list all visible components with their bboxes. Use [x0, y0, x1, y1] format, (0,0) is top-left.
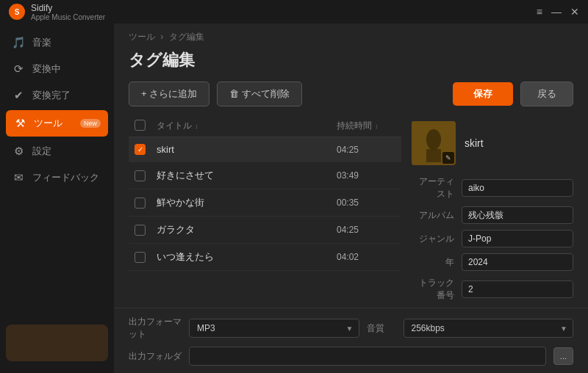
close-icon[interactable]: ✕ [570, 6, 579, 18]
folder-input[interactable] [189, 347, 546, 366]
format-label: 出力フォーマット [129, 316, 182, 341]
field-label-genre: ジャンル [412, 233, 462, 245]
col-check-header [135, 120, 157, 132]
menu-icon[interactable]: ≡ [537, 6, 542, 18]
music-icon: 🎵 [12, 36, 25, 49]
detail-field-artist: アーティスト [412, 175, 573, 200]
album-art-edit-icon[interactable]: ✎ [442, 152, 454, 164]
sidebar-item-settings[interactable]: ⚙ 設定 [0, 138, 114, 164]
field-input-year[interactable] [462, 253, 573, 271]
save-button[interactable]: 保存 [453, 82, 513, 106]
table-header: タイトル ↕ 持続時間 ↕ [129, 115, 401, 137]
svg-point-1 [426, 129, 441, 150]
row-title-3: 鮮やかな街 [157, 196, 337, 209]
field-input-genre[interactable] [462, 230, 573, 247]
toolbar: + さらに追加 🗑 すべて削除 保存 戻る [114, 82, 588, 115]
app-subtitle: Apple Music Converter [31, 13, 105, 21]
duration-sort-icon[interactable]: ↕ [375, 123, 379, 130]
table-row[interactable]: 鮮やかな街 00:35 [129, 189, 401, 217]
converted-icon: ✔ [12, 89, 25, 102]
sidebar-avatar [6, 325, 108, 361]
row-checkbox-5[interactable] [135, 252, 146, 263]
row-duration-3: 00:35 [337, 198, 395, 208]
row-title-2: 好きにさせて [157, 169, 337, 182]
sidebar-label-converting: 変換中 [32, 62, 61, 76]
content-area: ツール › タグ編集 タグ編集 + さらに追加 🗑 すべて削除 保存 戻る [114, 23, 588, 373]
window-controls[interactable]: ≡ — ✕ [537, 6, 579, 18]
bottom-bar: 出力フォーマット MP3 AAC FLAC WAV AIFF ALAC ▼ 音質 [114, 308, 588, 373]
breadcrumb-tools: ツール [129, 32, 155, 42]
breadcrumb-tageditor: タグ編集 [169, 32, 204, 42]
sidebar-item-converting[interactable]: ⟳ 変換中 [0, 56, 114, 82]
format-select[interactable]: MP3 AAC FLAC WAV AIFF ALAC [189, 319, 359, 338]
sidebar-item-converted[interactable]: ✔ 変換完了 [0, 82, 114, 109]
row-checkbox-2[interactable] [135, 170, 146, 181]
row-checkbox-4[interactable] [135, 225, 146, 236]
row-checkbox-1[interactable]: ✓ [135, 144, 146, 155]
add-button[interactable]: + さらに追加 [129, 82, 209, 106]
row-duration-4: 04:25 [337, 225, 395, 235]
row-title-4: ガラクタ [157, 223, 337, 236]
minimize-icon[interactable]: — [551, 6, 562, 18]
converting-icon: ⟳ [12, 62, 25, 76]
duration-col-label: 持続時間 [337, 120, 372, 132]
delete-button[interactable]: 🗑 すべて削除 [217, 82, 302, 106]
app-logo: S Sidify Apple Music Converter [9, 3, 105, 21]
new-badge: New [80, 119, 101, 128]
table-row[interactable]: 好きにさせて 03:49 [129, 162, 401, 189]
logo-icon: S [9, 4, 25, 20]
sidebar-item-tools[interactable]: ⚒ ツール New [6, 110, 108, 137]
back-button[interactable]: 戻る [520, 82, 573, 106]
select-all-checkbox[interactable] [135, 120, 146, 131]
sidebar-label-feedback: フィードバック [32, 171, 99, 184]
sidebar: 🎵 音楽 ⟳ 変換中 ✔ 変換完了 ⚒ ツール New ⚙ 設定 ✉ フィードバ… [0, 23, 114, 373]
detail-field-album: アルバム [412, 206, 573, 224]
row-duration-5: 04:02 [337, 252, 395, 262]
detail-field-genre: ジャンル [412, 230, 573, 247]
title-col-label: タイトル [157, 120, 192, 132]
sidebar-item-music[interactable]: 🎵 音楽 [0, 29, 114, 56]
title-sort-icon[interactable]: ↕ [195, 123, 198, 130]
sidebar-label-converted: 変換完了 [32, 89, 71, 102]
field-input-album[interactable] [462, 206, 573, 224]
svg-rect-2 [426, 149, 441, 162]
col-duration-header: 持続時間 ↕ [337, 120, 395, 132]
folder-label: 出力フォルダ [129, 350, 182, 363]
album-art[interactable]: ✎ [412, 121, 456, 165]
row-checkbox-3[interactable] [135, 198, 146, 209]
tools-icon: ⚒ [13, 117, 26, 130]
browse-button[interactable]: ... [553, 347, 573, 365]
row-duration-2: 03:49 [337, 170, 395, 181]
detail-panel: ✎ skirt アーティスト アルバム ジャンル [412, 115, 573, 308]
field-label-year: 年 [412, 256, 462, 269]
format-select-wrapper: MP3 AAC FLAC WAV AIFF ALAC ▼ [189, 319, 359, 338]
row-duration-1: 04:25 [337, 145, 395, 155]
row-title-1: skirt [157, 144, 337, 155]
album-art-area: ✎ skirt [412, 115, 573, 175]
field-input-artist[interactable] [462, 179, 573, 197]
titlebar: S Sidify Apple Music Converter ≡ — ✕ [0, 0, 588, 23]
feedback-icon: ✉ [12, 171, 25, 184]
sidebar-label-tools: ツール [34, 117, 62, 130]
detail-field-year: 年 [412, 253, 573, 271]
split-content: タイトル ↕ 持続時間 ↕ ✓ skirt 04:25 [114, 115, 588, 308]
detail-track-title: skirt [465, 137, 484, 149]
field-input-track[interactable] [462, 280, 573, 298]
format-row: 出力フォーマット MP3 AAC FLAC WAV AIFF ALAC ▼ 音質 [129, 316, 573, 341]
quality-select[interactable]: 128kbps 192kbps 256kbps 320kbps [404, 319, 574, 338]
breadcrumb: ツール › タグ編集 [114, 23, 588, 46]
row-title-5: いつ逢えたら [157, 250, 337, 264]
field-label-track: トラック番号 [412, 277, 462, 302]
col-title-header: タイトル ↕ [157, 120, 337, 132]
table-row[interactable]: いつ逢えたら 04:02 [129, 244, 401, 271]
page-title: タグ編集 [114, 46, 588, 82]
app-name: Sidify [31, 3, 105, 13]
sidebar-label-music: 音楽 [32, 36, 51, 49]
table-row[interactable]: ガラクタ 04:25 [129, 217, 401, 244]
settings-icon: ⚙ [12, 145, 25, 158]
sidebar-label-settings: 設定 [32, 145, 51, 158]
table-row[interactable]: ✓ skirt 04:25 [129, 137, 401, 162]
sidebar-item-feedback[interactable]: ✉ フィードバック [0, 164, 114, 191]
table-panel: タイトル ↕ 持続時間 ↕ ✓ skirt 04:25 [129, 115, 401, 308]
quality-select-wrapper: 128kbps 192kbps 256kbps 320kbps ▼ [404, 319, 574, 338]
